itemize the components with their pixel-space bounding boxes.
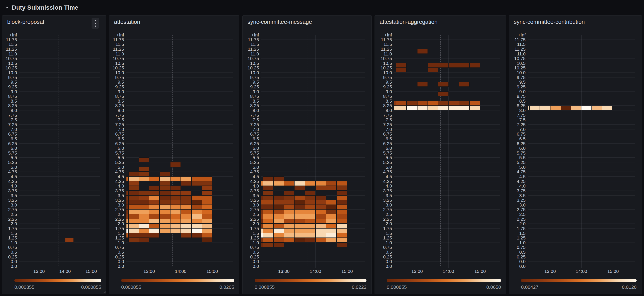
y-axis-tick-label: 7.25 — [383, 122, 392, 127]
panel-title[interactable]: sync-committee-message — [248, 19, 312, 25]
heatmap-cell — [128, 181, 139, 186]
y-axis-tick-label: 8.5 — [11, 98, 17, 103]
gridline-horizontal — [394, 195, 500, 196]
heatmap-cell — [170, 219, 181, 224]
gridline-horizontal — [19, 186, 100, 186]
gridline-horizontal — [394, 257, 500, 257]
panel-menu-button[interactable] — [92, 18, 99, 29]
y-axis-tick-label: 6.75 — [8, 132, 17, 136]
heatmap-cell — [261, 195, 263, 200]
gridline-vertical — [39, 35, 39, 268]
heatmap-cell — [126, 200, 128, 205]
heatmap-cell — [294, 186, 305, 191]
y-axis-tick-label: 7.75 — [383, 113, 392, 117]
heatmap-cell — [170, 205, 181, 210]
y-axis-tick-label: 1.75 — [250, 226, 259, 230]
heatmap-cell — [336, 214, 347, 219]
panel-title[interactable]: block-proposal — [7, 19, 44, 25]
gridline-horizontal — [261, 115, 365, 115]
y-axis-tick-label: 0.0 — [386, 259, 392, 264]
panel-title[interactable]: attestation — [114, 19, 140, 25]
heatmap-cell — [284, 200, 294, 205]
heatmap-cell — [192, 214, 202, 219]
heatmap-cell — [417, 106, 428, 110]
heatmap-cell — [305, 200, 316, 205]
heatmap-cell — [160, 205, 170, 210]
panel-title[interactable]: sync-committee-contribution — [514, 19, 585, 25]
heatmap-plot — [261, 35, 365, 266]
gridline-horizontal — [126, 134, 233, 134]
y-axis-tick-label: 2.25 — [115, 217, 124, 221]
y-axis-tick-label: 6.5 — [118, 136, 124, 141]
legend-min-value: 0.000855 — [14, 284, 34, 290]
y-axis-tick-label: 5.75 — [383, 151, 392, 155]
heatmap-cell — [294, 181, 305, 186]
y-axis-tick-label: 7.0 — [118, 127, 124, 131]
heatmap-cell — [261, 200, 263, 205]
kebab-dot-icon — [95, 23, 96, 24]
x-axis-tick-label: 14:00 — [175, 269, 186, 274]
gridline-horizontal — [19, 247, 100, 247]
y-axis-tick-label: 3.75 — [8, 188, 17, 193]
heatmap-cell — [284, 238, 294, 242]
heatmap-cell — [261, 219, 263, 224]
heatmap-cell — [181, 233, 192, 238]
y-axis-tick-label: 1.0 — [386, 240, 392, 245]
y-axis-tick-label: 11.0 — [116, 51, 124, 56]
gridline-horizontal — [261, 257, 365, 257]
heatmap-cell — [294, 195, 305, 200]
heatmap-cell — [149, 200, 160, 205]
y-axis-tick-label: 4.75 — [250, 169, 259, 174]
y-axis-tick-label: 2.0 — [11, 221, 17, 226]
gridline-horizontal — [19, 205, 100, 205]
gridline-horizontal — [394, 176, 500, 177]
heatmap-cell — [139, 228, 149, 233]
heatmap-cell — [263, 238, 274, 242]
heatmap-cell — [261, 214, 263, 219]
y-axis-tick-label: 1.5 — [253, 231, 259, 235]
row-title[interactable]: Duty Submission Time — [12, 4, 78, 11]
y-axis-tick-label: 1.0 — [11, 240, 17, 245]
y-axis-tick-label: 5.25 — [250, 160, 259, 165]
heatmap-cell — [149, 233, 160, 238]
heatmap-cell — [192, 209, 202, 214]
y-axis-tick-label: 2.75 — [383, 207, 392, 212]
y-axis-tick-label: 5.0 — [118, 165, 124, 169]
y-axis-tick-label: 5.0 — [11, 165, 17, 169]
heatmap-cell — [274, 233, 284, 238]
y-axis-tick-label: 3.75 — [250, 188, 259, 193]
gridline-horizontal — [394, 143, 500, 144]
heatmap-cell — [336, 233, 347, 238]
gridline-horizontal — [394, 120, 500, 120]
gridline-horizontal — [261, 87, 365, 87]
heatmap-cell — [149, 214, 160, 219]
dashboard-row-header[interactable]: Duty Submission Time — [0, 0, 644, 15]
y-axis-tick-label: 9.75 — [250, 75, 259, 79]
gridline-horizontal — [394, 49, 500, 49]
chevron-down-icon[interactable] — [4, 5, 10, 11]
heatmap-cell — [261, 205, 263, 210]
gridline-horizontal — [394, 172, 500, 172]
heatmap-cell — [139, 200, 149, 205]
y-axis-tick-label: 9.0 — [118, 89, 124, 94]
color-scale-labels: 0.0008550.0650 — [387, 284, 501, 290]
y-axis-tick-label: 6.75 — [250, 132, 259, 136]
y-axis-tick-label: 7.25 — [115, 122, 124, 127]
y-axis-tick-label: 11.25 — [113, 47, 124, 51]
heatmap-cell — [438, 63, 449, 68]
panel-resize-handle[interactable] — [103, 291, 106, 293]
y-axis-tick-label: 11.0 — [517, 51, 526, 56]
y-axis-tick-label: 10.25 — [380, 66, 392, 70]
panel-title[interactable]: attestation-aggregation — [380, 19, 438, 25]
gridline-horizontal — [19, 87, 100, 87]
heatmap-cell — [449, 63, 459, 68]
heatmap-cell — [284, 205, 294, 210]
y-axis-tick-label: 11.25 — [6, 47, 17, 51]
y-axis-tick-label: 3.25 — [517, 198, 526, 202]
y-axis-tick-label: 4.25 — [115, 179, 124, 183]
y-axis-tick-label: 0.0 — [519, 264, 526, 268]
heatmap-cell — [202, 209, 212, 214]
gridline-horizontal — [19, 143, 100, 144]
heatmap-cell — [139, 233, 149, 238]
y-axis-tick-label: 11.25 — [248, 47, 259, 51]
